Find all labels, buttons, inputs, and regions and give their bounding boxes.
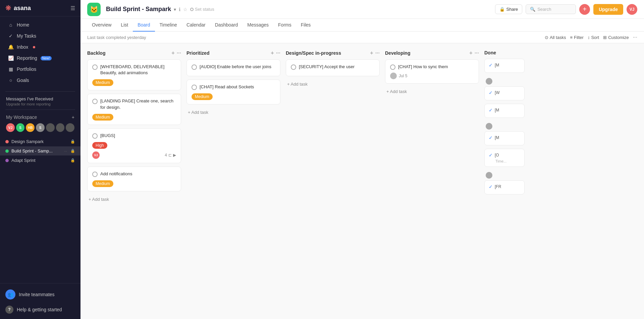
avatar-s1[interactable]: S: [16, 123, 25, 132]
column-add-prioritized[interactable]: +: [271, 50, 274, 56]
board: Backlog + ··· [WHITEBOARD, DELIVERABLE] …: [80, 43, 644, 319]
sidebar-item-reporting[interactable]: 📈 Reporting New!: [2, 53, 78, 63]
sidebar-item-goals-label: Goals: [17, 78, 29, 83]
add-task-prioritized[interactable]: + Add task: [186, 108, 280, 117]
card-security[interactable]: [SECURITY] Accept the user: [286, 59, 380, 76]
project-dot-build: [5, 149, 9, 153]
card-security-row: [SECURITY] Accept the user: [291, 64, 375, 70]
star-icon[interactable]: ☆: [183, 7, 187, 12]
card-bugs[interactable]: [BUGS] High VJ 4 ⊏ ▶: [87, 128, 181, 163]
reporting-icon: 📈: [8, 55, 13, 61]
task-circle-security: [291, 64, 296, 70]
customize-button[interactable]: ⊞ Customize: [603, 35, 629, 40]
tab-timeline[interactable]: Timeline: [155, 19, 182, 32]
tab-dashboard[interactable]: Dashboard: [210, 19, 243, 32]
assignee-vj: VJ: [92, 151, 100, 159]
avatar-vj[interactable]: VJ: [6, 123, 15, 132]
avatar-s2[interactable]: S: [36, 123, 45, 132]
sidebar-item-my-tasks[interactable]: ✓ My Tasks: [2, 31, 78, 41]
column-more-prioritized[interactable]: ···: [276, 50, 280, 56]
title-chevron-icon[interactable]: ▾: [174, 7, 176, 12]
status-dot-icon: [190, 8, 194, 11]
column-add-backlog[interactable]: +: [171, 50, 174, 56]
sidebar-item-goals[interactable]: ○ Goals: [2, 75, 78, 86]
card-add-notifications[interactable]: Add notifications Medium: [87, 167, 181, 191]
more-icon-build[interactable]: ···: [64, 149, 67, 153]
card-task-row2: [LANDING PAGE] Create one, search for de…: [92, 98, 176, 110]
invite-teammates-button[interactable]: 👥 Invite teammates: [0, 286, 80, 303]
check-icon-done1: ✓: [489, 62, 493, 68]
done-card-2[interactable]: ✓ [W: [484, 86, 525, 100]
sidebar-divider2: [5, 109, 75, 110]
add-task-developing[interactable]: + Add task: [385, 87, 479, 96]
task-title-sync: [CHAT] How to sync them: [398, 64, 448, 70]
done-row-2: [484, 76, 525, 86]
subheader-more-icon[interactable]: ···: [633, 34, 637, 40]
done-card-3[interactable]: ✓ [M: [484, 104, 525, 118]
add-button[interactable]: +: [579, 4, 590, 15]
sidebar-item-home[interactable]: ⌂ Home: [2, 19, 78, 30]
done-card-4[interactable]: ✓ [M: [484, 131, 525, 145]
sidebar-item-inbox[interactable]: 🔔 Inbox: [2, 42, 78, 52]
avatar-empty1[interactable]: [46, 123, 55, 132]
tab-board[interactable]: Board: [133, 19, 155, 32]
filter-button[interactable]: ≡ Filter: [570, 35, 583, 40]
task-complete-icon2: [92, 99, 98, 104]
set-status-button[interactable]: Set status: [190, 7, 214, 12]
share-button[interactable]: 🔒 Share: [495, 4, 523, 14]
tab-overview[interactable]: Overview: [87, 19, 116, 32]
column-add-developing[interactable]: +: [469, 50, 472, 56]
task-circle-sockets: [192, 85, 197, 90]
avatar-empty3[interactable]: [66, 123, 74, 132]
hamburger-icon[interactable]: ☰: [70, 5, 75, 11]
column-more-design[interactable]: ···: [375, 50, 380, 56]
card-sockets-row: [CHAT] Read about Sockets: [192, 84, 275, 90]
tab-list[interactable]: List: [116, 19, 133, 32]
portfolios-icon: ▦: [8, 66, 13, 72]
help-button[interactable]: ? Help & getting started: [0, 303, 80, 316]
info-icon[interactable]: ℹ: [179, 7, 180, 12]
search-box[interactable]: 🔍 Search: [526, 4, 576, 14]
project-design-sampark[interactable]: Design Sampark 🔒: [0, 137, 80, 146]
project-adapt-sprint[interactable]: Adapt Sprint 🔒: [0, 156, 80, 165]
all-tasks-button[interactable]: ⊙ All tasks: [545, 35, 566, 40]
avatar-empty2[interactable]: [56, 123, 65, 132]
help-label: Help & getting started: [17, 307, 62, 312]
card-wb-deliverable[interactable]: [WHITEBOARD, DELIVERABLE] Beautify, add …: [87, 59, 181, 90]
project-title-area: Build Sprint - Sampark ▾ ℹ ☆ Set status: [106, 6, 214, 13]
task-circle-sync: [390, 64, 395, 70]
sidebar-item-reporting-label: Reporting: [17, 55, 37, 61]
card-chat-sync[interactable]: [CHAT] How to sync them Jul 5: [385, 59, 479, 84]
column-header-prioritized: Prioritized + ···: [186, 49, 280, 59]
add-task-backlog[interactable]: + Add task: [87, 195, 181, 204]
project-build-sprint[interactable]: Build Sprint - Samp... ··· 🔒: [0, 146, 80, 155]
tab-calendar[interactable]: Calendar: [182, 19, 210, 32]
sidebar-item-portfolios[interactable]: ▦ Portfolios: [2, 64, 78, 75]
asana-logo[interactable]: ❊ asana: [5, 4, 31, 12]
sidebar-divider: [5, 91, 75, 92]
tab-messages[interactable]: Messages: [243, 19, 273, 32]
done-title-5: [O: [495, 153, 499, 157]
column-more-backlog[interactable]: ···: [177, 50, 181, 56]
column-title-design: Design/Spec in-progress: [286, 50, 368, 56]
done-card-6[interactable]: ✓ [FR: [484, 180, 525, 194]
tab-forms[interactable]: Forms: [273, 19, 296, 32]
tab-files[interactable]: Files: [296, 19, 316, 32]
card-chat-sockets[interactable]: [CHAT] Read about Sockets Medium: [186, 80, 280, 104]
user-avatar[interactable]: VJ: [627, 4, 637, 15]
card-landing-page[interactable]: [LANDING PAGE] Create one, search for de…: [87, 94, 181, 125]
column-add-design[interactable]: +: [370, 50, 373, 56]
task-title-sockets: [CHAT] Read about Sockets: [200, 84, 254, 90]
done-card-5[interactable]: ✓ [O Time...: [484, 149, 525, 167]
add-task-design[interactable]: + Add task: [286, 80, 380, 89]
sort-button[interactable]: ↕ Sort: [588, 35, 599, 40]
upgrade-button[interactable]: Upgrade: [593, 4, 623, 15]
project-icon-large: 🐱: [87, 3, 101, 16]
card-audio[interactable]: [AUDIO] Enable before the user joins: [186, 59, 280, 76]
column-more-developing[interactable]: ···: [475, 50, 479, 56]
done-sub-5: Time...: [489, 159, 520, 163]
done-card-1[interactable]: ✓ [M: [484, 59, 525, 73]
sidebar-item-inbox-label: Inbox: [17, 44, 28, 50]
add-workspace-icon[interactable]: +: [72, 115, 74, 120]
avatar-hb[interactable]: HB: [26, 123, 35, 132]
